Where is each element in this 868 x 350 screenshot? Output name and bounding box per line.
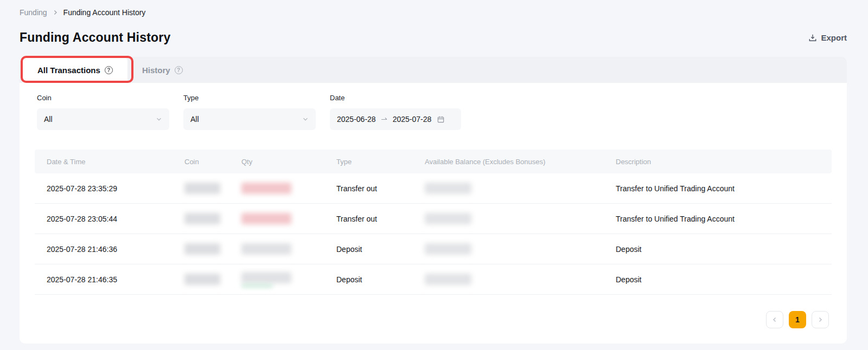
page-header: Funding Account History Export [20,30,847,45]
help-icon[interactable]: ? [175,66,183,74]
help-icon[interactable]: ? [105,66,113,74]
type-filter: Type All [183,94,316,130]
table-row: 2025-07-28 23:05:44 Transfer out Transfe… [35,204,832,234]
page-title: Funding Account History [20,30,170,45]
qty-redacted-blur [241,213,291,224]
col-balance: Available Balance (Excludes Bonuses) [413,158,604,166]
date-filter: Date 2025-06-28 2025-07-28 [330,94,461,130]
chevron-down-icon [156,116,162,122]
cell-type: Transfer out [324,184,413,193]
coin-redacted-blur [184,243,220,255]
col-datetime: Date & Time [35,158,173,166]
tab-history[interactable]: History ? [127,57,197,83]
tab-history-label: History [142,66,170,75]
cell-coin [173,243,229,255]
date-start-value: 2025-06-28 [337,115,376,124]
prev-page-button[interactable] [766,311,783,328]
cell-description: Deposit [604,275,832,284]
funding-history-page: Funding Funding Account History Funding … [0,0,868,343]
balance-redacted-blur [425,213,471,224]
cell-coin [173,274,229,285]
table-body: 2025-07-28 23:35:29 Transfer out Transfe… [35,173,832,295]
cell-qty [229,183,324,194]
coin-redacted-blur [184,274,220,285]
col-coin: Coin [173,158,229,166]
tab-all-transactions-label: All Transactions [37,66,100,75]
type-filter-label: Type [183,94,316,102]
balance-redacted-blur [425,274,471,285]
cell-coin [173,213,229,224]
cell-type: Deposit [324,275,413,284]
coin-filter-label: Coin [37,94,169,102]
cell-balance [413,243,604,255]
balance-redacted-blur [425,183,471,194]
coin-select[interactable]: All [37,108,169,130]
cell-description: Transfer to Unified Trading Account [604,215,832,223]
chevron-right-icon [52,9,59,16]
next-page-button[interactable] [812,311,829,328]
cell-qty [229,243,324,255]
cell-datetime: 2025-07-28 21:46:35 [35,275,173,284]
cell-datetime: 2025-07-28 21:46:36 [35,245,173,254]
cell-balance [413,274,604,285]
export-button[interactable]: Export [808,33,847,42]
table-row: 2025-07-28 21:46:36 Deposit Deposit [35,234,832,264]
col-description: Description [604,158,832,166]
qty-green-smudge [241,284,273,287]
breadcrumb: Funding Funding Account History [20,0,847,17]
transactions-table: Date & Time Coin Qty Type Available Bala… [35,150,832,295]
coin-redacted-blur [184,183,220,194]
col-type: Type [324,158,413,166]
qty-redacted-blur [241,272,291,283]
filters-row: Coin All Type All Date [20,83,847,130]
cell-description: Transfer to Unified Trading Account [604,184,832,193]
table-header: Date & Time Coin Qty Type Available Bala… [35,150,832,173]
coin-select-value: All [44,115,53,124]
content-card: Coin All Type All Date [20,83,847,343]
table-row: 2025-07-28 23:35:29 Transfer out Transfe… [35,173,832,204]
breadcrumb-funding[interactable]: Funding [20,8,47,17]
arrow-right-icon [381,117,388,122]
chevron-down-icon [302,116,309,122]
breadcrumb-current: Funding Account History [63,8,146,17]
pagination: 1 [766,311,829,328]
tab-all-transactions[interactable]: All Transactions ? [23,57,127,83]
cell-balance [413,213,604,224]
balance-redacted-blur [425,243,471,255]
coin-redacted-blur [184,213,220,224]
table-row: 2025-07-28 21:46:35 Deposit Deposit [35,264,832,295]
cell-coin [173,183,229,194]
cell-qty [229,272,324,287]
cell-description: Deposit [604,245,832,254]
calendar-icon [437,115,445,124]
cell-qty [229,213,324,224]
col-qty: Qty [229,158,324,166]
coin-filter: Coin All [37,94,169,130]
cell-type: Deposit [324,245,413,254]
date-range-picker[interactable]: 2025-06-28 2025-07-28 [330,108,461,130]
qty-redacted-blur [241,243,291,255]
export-download-icon [808,34,817,42]
page-1-button[interactable]: 1 [789,311,806,328]
cell-balance [413,183,604,194]
tab-bar: All Transactions ? History ? [20,57,847,83]
cell-datetime: 2025-07-28 23:05:44 [35,215,173,223]
cell-datetime: 2025-07-28 23:35:29 [35,184,173,193]
cell-type: Transfer out [324,215,413,223]
type-select[interactable]: All [183,108,316,130]
date-end-value: 2025-07-28 [393,115,432,124]
type-select-value: All [190,115,199,124]
date-filter-label: Date [330,94,461,102]
qty-redacted-blur [241,183,291,194]
export-label: Export [821,33,847,42]
